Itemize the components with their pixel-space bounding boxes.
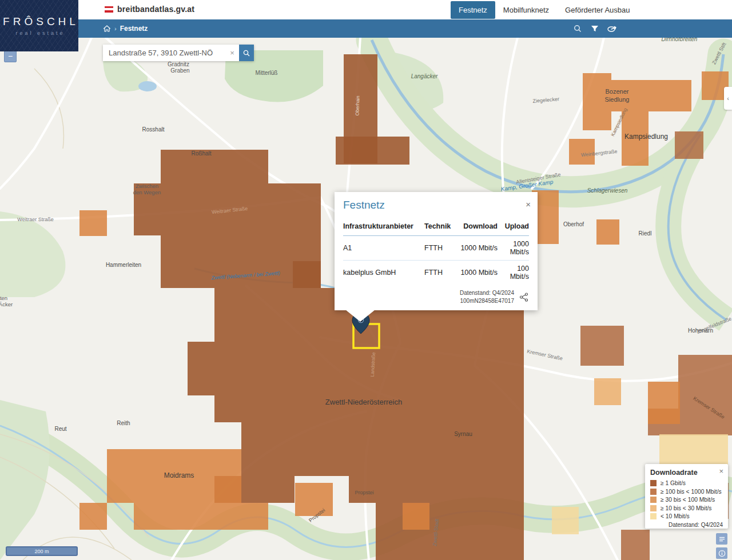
coverage-cell: [596, 219, 619, 245]
legend-swatch: [650, 513, 657, 519]
legend-datenstand: Datenstand: Q4/2024: [650, 522, 723, 528]
legend-swatch: [650, 497, 657, 503]
column-header: Infrastrukturanbieter: [343, 222, 424, 230]
coverage-cell: [648, 382, 680, 424]
legend-title: Downloadrate: [650, 469, 723, 477]
magnifier-icon: [242, 49, 250, 57]
map-label: Riedl: [639, 230, 652, 237]
map-label: Weitraer Straße: [17, 217, 53, 222]
coverage-cell: [659, 434, 728, 467]
share-icon[interactable]: [606, 23, 618, 34]
legend-label: ≥ 1 Gbit/s: [661, 480, 686, 486]
scale-bar: 200 m: [6, 546, 78, 556]
address-search: Landstraße 57, 3910 Zwettl-NÖ ×: [103, 45, 254, 61]
table-cell: FTTH: [424, 269, 456, 277]
legend-toggle-button[interactable]: [716, 533, 727, 545]
tab-mobilfunknetz[interactable]: Mobilfunknetz: [495, 1, 557, 19]
search-submit-button[interactable]: [239, 45, 254, 61]
share-network-icon[interactable]: [519, 292, 529, 302]
map-label: Graben: [170, 67, 189, 74]
app-window: { "logo": { "title": "FRÔSCHL", "subtitl…: [0, 0, 732, 560]
map-label: Syrnau: [454, 431, 472, 437]
map-label: Kampsiedlung: [624, 133, 668, 141]
coverage-cell: [295, 483, 333, 516]
popup-datenstand: Datenstand: Q4/2024: [460, 289, 514, 297]
coverage-cell: [241, 422, 524, 476]
legend-label: ≥ 100 bis < 1000 Mbit/s: [661, 489, 722, 495]
map-label: Siedlung: [605, 96, 630, 103]
breadcrumb-current: Festnetz: [120, 25, 148, 33]
coverage-cell: [675, 131, 703, 159]
legend-swatch: [650, 505, 657, 511]
coverage-cell: [188, 342, 524, 395]
map-label: Oberhof: [563, 221, 584, 227]
panel-expander[interactable]: ‹: [724, 87, 732, 110]
home-icon[interactable]: [103, 25, 111, 33]
download-rate-legend: Downloadrate × ≥ 1 Gbit/s≥ 100 bis < 100…: [645, 464, 728, 529]
map-label: Oberhain: [354, 95, 360, 116]
provider-table: InfrastrukturanbieterTechnikDownloadUplo…: [343, 218, 529, 285]
map-label: Rosshalt: [142, 126, 165, 133]
popup-meta: Datenstand: Q4/2024 100mN28458E47017: [460, 289, 514, 305]
map-label: den Wegen: [133, 189, 161, 195]
list-icon: [719, 536, 725, 542]
map-label: Zwischen: [136, 183, 158, 189]
map-label: Äcker: [0, 301, 13, 307]
search-input[interactable]: Landstraße 57, 3910 Zwettl-NÖ ×: [103, 45, 239, 61]
logo-subtitle: real estate: [13, 30, 65, 36]
scale-label: 200 m: [34, 549, 49, 554]
info-button[interactable]: [716, 547, 727, 559]
legend-item: ≥ 1 Gbit/s: [650, 480, 723, 486]
coverage-cell: [621, 530, 650, 560]
coverage-cell: [161, 150, 268, 183]
zoom-out-button[interactable]: −: [4, 50, 17, 62]
legend-item: ≥ 100 bis < 1000 Mbit/s: [650, 489, 723, 495]
breadcrumb-separator: ›: [114, 25, 117, 32]
table-row: kabelplus GmbHFTTH1000 Mbit/s100 Mbit/s: [343, 260, 529, 285]
coverage-cell: [376, 503, 524, 560]
table-cell: A1: [343, 244, 424, 252]
search-icon[interactable]: [572, 23, 583, 34]
coverage-cell: [403, 503, 429, 530]
table-cell: FTTH: [424, 244, 456, 252]
coverage-cell: [580, 326, 624, 366]
table-cell: kabelplus GmbH: [343, 269, 424, 277]
legend-label: < 10 Mbit/s: [661, 513, 690, 519]
tab-festnetz[interactable]: Festnetz: [451, 1, 495, 19]
table-cell: 100 Mbit/s: [498, 265, 529, 281]
coverage-cell: [79, 210, 107, 236]
map-label: Reith: [117, 420, 130, 426]
site-brand[interactable]: breitbandatlas.gv.at: [105, 5, 194, 14]
popup-close-button[interactable]: ×: [526, 200, 531, 209]
legend-item: ≥ 10 bis < 30 Mbit/s: [650, 505, 723, 511]
map-label: Kleinbreiten: [0, 295, 7, 301]
popup-tail: [345, 310, 375, 322]
filter-icon[interactable]: [589, 23, 600, 34]
legend-items: ≥ 1 Gbit/s≥ 100 bis < 1000 Mbit/s≥ 30 bi…: [650, 480, 723, 519]
legend-item: ≥ 30 bis < 100 Mbit/s: [650, 497, 723, 503]
map-label: Reut: [54, 426, 66, 432]
table-header-row: InfrastrukturanbieterTechnikDownloadUplo…: [343, 218, 529, 235]
map-label: Zwettl-Niederösterreich: [325, 398, 402, 406]
clear-search-button[interactable]: ×: [225, 49, 239, 57]
coverage-cell: [336, 137, 409, 165]
legend-label: ≥ 10 bis < 30 Mbit/s: [661, 505, 712, 511]
table-cell: 1000 Mbit/s: [456, 269, 498, 277]
popup-title: Festnetz: [343, 199, 529, 211]
legend-item: < 10 Mbit/s: [650, 513, 723, 519]
austria-flag-icon: [105, 6, 113, 13]
coverage-cell: [134, 503, 241, 530]
coverage-cell: [594, 378, 621, 405]
map-label: Bozener: [606, 88, 629, 95]
legend-close-button[interactable]: ×: [719, 467, 723, 475]
tab-gef-rderter-ausbau[interactable]: Geförderter Ausbau: [557, 1, 638, 19]
map-label: Propstei: [355, 490, 373, 495]
popup-footer: Datenstand: Q4/2024 100mN28458E47017: [343, 289, 529, 305]
map-label: Hammerleiten: [106, 262, 141, 268]
nav-bar: › Festnetz: [0, 19, 732, 38]
coverage-cell: [678, 355, 732, 435]
table-cell: 1000 Mbit/s: [498, 240, 529, 256]
legend-swatch: [650, 480, 657, 486]
popup-cell-id: 100mN28458E47017: [460, 297, 514, 305]
site-title: breitbandatlas.gv.at: [117, 5, 194, 14]
